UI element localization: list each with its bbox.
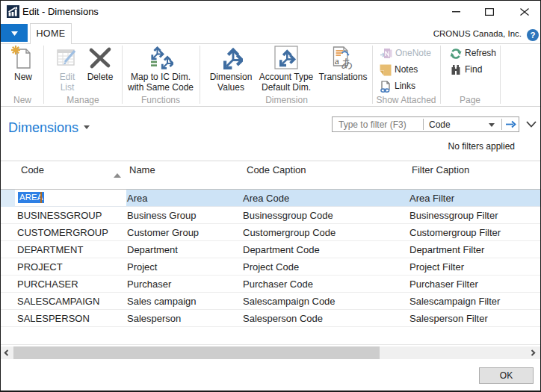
svg-text:a: a — [335, 55, 339, 66]
svg-text:あ: あ — [341, 57, 353, 69]
